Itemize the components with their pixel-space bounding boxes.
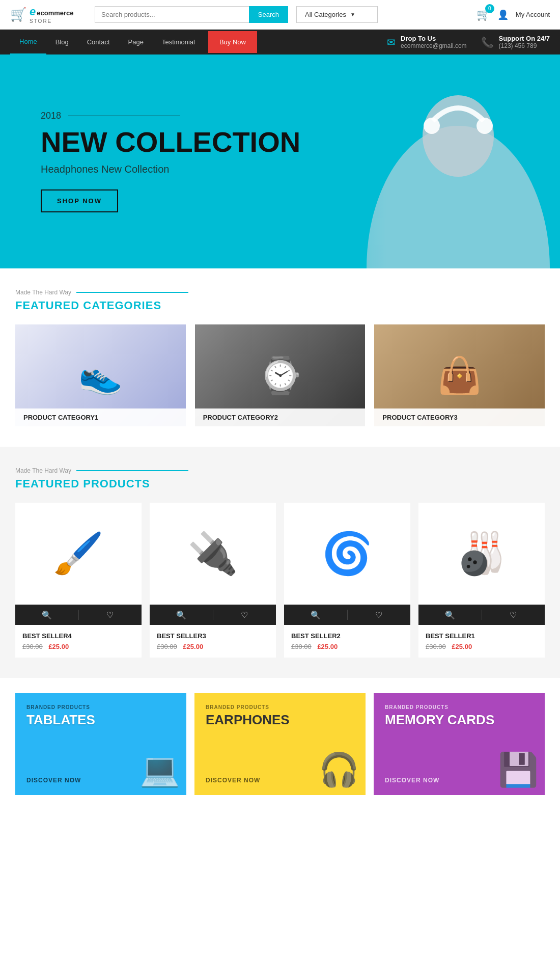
product-4-info: BEST SELLER1 £30.00 £25.00 xyxy=(418,625,545,658)
product-3-image-area: 🌀 xyxy=(284,503,410,605)
branded-3-tag: BRANDED PRODUCTS xyxy=(385,704,534,710)
logo[interactable]: 🛒 e ecommerce Store xyxy=(10,5,87,24)
nav-item-home[interactable]: Home xyxy=(10,30,46,54)
cart-account: 🛒 0 👤 My Account xyxy=(477,8,550,21)
product-1-new-price: £25.00 xyxy=(48,643,69,650)
nav-item-contact[interactable]: Contact xyxy=(78,30,119,54)
product-3-search-button[interactable]: 🔍 xyxy=(284,610,347,620)
branded-2-title: EARPHONES xyxy=(206,712,354,728)
navbar: Home Blog Contact Page Testimonial Buy N… xyxy=(0,30,560,54)
product-2-actions: 🔍 ♡ xyxy=(150,605,276,625)
product-1-image-area: 🖌️ xyxy=(15,503,142,605)
product-2-name: BEST SELLER3 xyxy=(157,632,269,640)
svg-point-2 xyxy=(424,118,440,134)
categories-grid: 👟 PRODUCT CATEGORY1 ⌚ PRODUCT CATEGORY2 … xyxy=(15,324,545,426)
branded-2-image: 🎧 xyxy=(319,751,359,789)
header: 🛒 e ecommerce Store Search All Categorie… xyxy=(0,0,560,30)
product-2-wishlist-button[interactable]: ♡ xyxy=(213,610,276,620)
product-3-actions: 🔍 ♡ xyxy=(284,605,410,625)
branded-card-memory[interactable]: BRANDED PRODUCTS MEMORY CARDS DISCOVER N… xyxy=(374,693,545,795)
hero-section: 2018 NEW COLLECTION Headphones New Colle… xyxy=(0,54,560,268)
product-card-1: 🖌️ 🔍 ♡ BEST SELLER4 £30.00 £25.00 xyxy=(15,503,142,658)
branded-card-earphones[interactable]: BRANDED PRODUCTS EARPHONES DISCOVER NOW … xyxy=(194,693,366,795)
product-3-old-price: £30.00 xyxy=(291,643,312,650)
product-4-image-area: 🎳 xyxy=(418,503,545,605)
product-1-info: BEST SELLER4 £30.00 £25.00 xyxy=(15,625,142,658)
featured-categories-title: FEATURED CATEGORIES xyxy=(15,299,545,312)
email-icon: ✉ xyxy=(387,36,396,48)
search-input[interactable] xyxy=(95,6,249,23)
product-card-2: 🔌 🔍 ♡ BEST SELLER3 £30.00 £25.00 xyxy=(150,503,276,658)
product-2-search-button[interactable]: 🔍 xyxy=(150,610,213,620)
product-1-old-price: £30.00 xyxy=(22,643,43,650)
hero-year: 2018 xyxy=(41,111,300,121)
category-card-3[interactable]: 👜 PRODUCT CATEGORY3 xyxy=(374,324,545,426)
product-3-image: 🌀 xyxy=(322,530,373,578)
contact-phone-title: Support On 24/7 xyxy=(499,35,550,42)
product-2-image: 🔌 xyxy=(187,530,238,578)
featured-products-section: Made The Hard Way FEATURED PRODUCTS 🖌️ 🔍… xyxy=(0,447,560,678)
product-2-old-price: £30.00 xyxy=(157,643,177,650)
product-2-new-price: £25.00 xyxy=(183,643,203,650)
nav-links: Home Blog Contact Page Testimonial Buy N… xyxy=(10,30,257,54)
product-3-wishlist-button[interactable]: ♡ xyxy=(348,610,411,620)
product-3-info: BEST SELLER2 £30.00 £25.00 xyxy=(284,625,410,658)
contact-email-title: Drop To Us xyxy=(401,35,467,42)
product-card-3: 🌀 🔍 ♡ BEST SELLER2 £30.00 £25.00 xyxy=(284,503,410,658)
product-card-4: 🎳 🔍 ♡ BEST SELLER1 £30.00 £25.00 xyxy=(418,503,545,658)
category-card-2[interactable]: ⌚ PRODUCT CATEGORY2 xyxy=(195,324,366,426)
branded-grid: BRANDED PRODUCTS TABLATES DISCOVER NOW 💻… xyxy=(15,693,545,795)
categories-dropdown[interactable]: All Categories ▼ xyxy=(296,6,378,23)
categories-label: All Categories xyxy=(305,11,346,18)
branded-1-tag: BRANDED PRODUCTS xyxy=(26,704,175,710)
product-1-image: 🖌️ xyxy=(53,530,104,578)
section-tag-products: Made The Hard Way xyxy=(15,467,545,474)
branded-card-tablets[interactable]: BRANDED PRODUCTS TABLATES DISCOVER NOW 💻 xyxy=(15,693,186,795)
hero-content: 2018 NEW COLLECTION Headphones New Colle… xyxy=(0,80,341,243)
hero-shop-now-button[interactable]: SHOP NOW xyxy=(41,189,118,212)
product-4-search-button[interactable]: 🔍 xyxy=(418,610,482,620)
product-1-name: BEST SELLER4 xyxy=(22,632,134,640)
product-4-name: BEST SELLER1 xyxy=(426,632,538,640)
contact-phone-detail: (123) 456 789 xyxy=(499,42,550,49)
branded-1-title: TABLATES xyxy=(26,712,175,728)
phone-icon: 📞 xyxy=(481,36,494,48)
nav-item-blog[interactable]: Blog xyxy=(46,30,78,54)
product-4-wishlist-button[interactable]: ♡ xyxy=(482,610,545,620)
contact-email: ✉ Drop To Us ecommerce@gmail.com xyxy=(387,35,467,49)
logo-name: ecommerce xyxy=(37,9,73,17)
section-tag-categories: Made The Hard Way xyxy=(15,289,545,296)
branded-products-section: BRANDED PRODUCTS TABLATES DISCOVER NOW 💻… xyxy=(0,678,560,815)
product-3-name: BEST SELLER2 xyxy=(291,632,403,640)
search-button[interactable]: Search xyxy=(249,6,288,23)
product-4-old-price: £30.00 xyxy=(426,643,446,650)
product-1-search-button[interactable]: 🔍 xyxy=(15,610,78,620)
branded-3-title: MEMORY CARDS xyxy=(385,712,534,728)
contact-email-detail: ecommerce@gmail.com xyxy=(401,42,467,49)
account-label[interactable]: My Account xyxy=(516,11,550,18)
category-label-1: PRODUCT CATEGORY1 xyxy=(15,408,186,426)
product-1-price: £30.00 £25.00 xyxy=(22,643,134,650)
product-3-new-price: £25.00 xyxy=(317,643,338,650)
category-card-1[interactable]: 👟 PRODUCT CATEGORY1 xyxy=(15,324,186,426)
product-1-wishlist-button[interactable]: ♡ xyxy=(79,610,142,620)
product-4-actions: 🔍 ♡ xyxy=(418,605,545,625)
logo-sub: Store xyxy=(30,18,74,24)
product-4-price: £30.00 £25.00 xyxy=(426,643,538,650)
chevron-down-icon: ▼ xyxy=(350,12,355,17)
contact-phone: 📞 Support On 24/7 (123) 456 789 xyxy=(481,35,550,49)
product-2-image-area: 🔌 xyxy=(150,503,276,605)
nav-item-page[interactable]: Page xyxy=(119,30,153,54)
products-grid: 🖌️ 🔍 ♡ BEST SELLER4 £30.00 £25.00 🔌 🔍 xyxy=(15,503,545,658)
category-label-2: PRODUCT CATEGORY2 xyxy=(195,408,366,426)
branded-3-image: 💾 xyxy=(498,751,539,789)
hero-title: NEW COLLECTION xyxy=(41,126,300,158)
search-bar: Search xyxy=(95,6,288,23)
hero-subtitle: Headphones New Collection xyxy=(41,163,300,175)
buy-now-button[interactable]: Buy Now xyxy=(208,31,257,53)
product-2-price: £30.00 £25.00 xyxy=(157,643,269,650)
product-4-new-price: £25.00 xyxy=(452,643,472,650)
cart-badge: 0 xyxy=(485,4,494,13)
cart-button[interactable]: 🛒 0 xyxy=(477,8,490,21)
nav-item-testimonial[interactable]: Testimonial xyxy=(153,30,204,54)
